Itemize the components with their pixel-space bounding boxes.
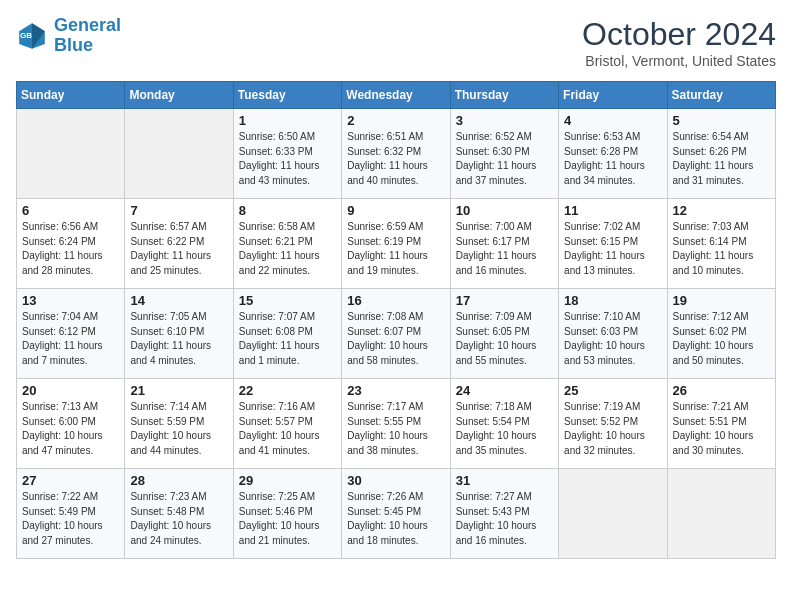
calendar-cell: 19Sunrise: 7:12 AM Sunset: 6:02 PM Dayli…	[667, 289, 775, 379]
calendar-cell: 1Sunrise: 6:50 AM Sunset: 6:33 PM Daylig…	[233, 109, 341, 199]
day-info: Sunrise: 7:03 AM Sunset: 6:14 PM Dayligh…	[673, 220, 770, 278]
day-info: Sunrise: 7:00 AM Sunset: 6:17 PM Dayligh…	[456, 220, 553, 278]
calendar-cell: 3Sunrise: 6:52 AM Sunset: 6:30 PM Daylig…	[450, 109, 558, 199]
day-info: Sunrise: 7:22 AM Sunset: 5:49 PM Dayligh…	[22, 490, 119, 548]
weekday-header-tuesday: Tuesday	[233, 82, 341, 109]
calendar-cell: 23Sunrise: 7:17 AM Sunset: 5:55 PM Dayli…	[342, 379, 450, 469]
logo-text: General Blue	[54, 16, 121, 56]
day-info: Sunrise: 7:02 AM Sunset: 6:15 PM Dayligh…	[564, 220, 661, 278]
day-number: 9	[347, 203, 444, 218]
day-info: Sunrise: 6:59 AM Sunset: 6:19 PM Dayligh…	[347, 220, 444, 278]
calendar-cell: 9Sunrise: 6:59 AM Sunset: 6:19 PM Daylig…	[342, 199, 450, 289]
week-row-1: 1Sunrise: 6:50 AM Sunset: 6:33 PM Daylig…	[17, 109, 776, 199]
calendar-cell: 5Sunrise: 6:54 AM Sunset: 6:26 PM Daylig…	[667, 109, 775, 199]
calendar-cell: 22Sunrise: 7:16 AM Sunset: 5:57 PM Dayli…	[233, 379, 341, 469]
calendar-cell: 17Sunrise: 7:09 AM Sunset: 6:05 PM Dayli…	[450, 289, 558, 379]
day-info: Sunrise: 6:51 AM Sunset: 6:32 PM Dayligh…	[347, 130, 444, 188]
day-number: 17	[456, 293, 553, 308]
day-number: 13	[22, 293, 119, 308]
calendar-cell	[17, 109, 125, 199]
calendar-cell: 4Sunrise: 6:53 AM Sunset: 6:28 PM Daylig…	[559, 109, 667, 199]
day-number: 2	[347, 113, 444, 128]
svg-text:GB: GB	[20, 30, 32, 39]
day-info: Sunrise: 6:58 AM Sunset: 6:21 PM Dayligh…	[239, 220, 336, 278]
day-number: 26	[673, 383, 770, 398]
calendar-cell	[667, 469, 775, 559]
day-info: Sunrise: 7:19 AM Sunset: 5:52 PM Dayligh…	[564, 400, 661, 458]
day-number: 29	[239, 473, 336, 488]
calendar-cell: 6Sunrise: 6:56 AM Sunset: 6:24 PM Daylig…	[17, 199, 125, 289]
calendar-cell: 7Sunrise: 6:57 AM Sunset: 6:22 PM Daylig…	[125, 199, 233, 289]
day-info: Sunrise: 6:56 AM Sunset: 6:24 PM Dayligh…	[22, 220, 119, 278]
calendar-cell: 18Sunrise: 7:10 AM Sunset: 6:03 PM Dayli…	[559, 289, 667, 379]
calendar-cell: 21Sunrise: 7:14 AM Sunset: 5:59 PM Dayli…	[125, 379, 233, 469]
day-info: Sunrise: 7:12 AM Sunset: 6:02 PM Dayligh…	[673, 310, 770, 368]
day-info: Sunrise: 6:54 AM Sunset: 6:26 PM Dayligh…	[673, 130, 770, 188]
day-number: 21	[130, 383, 227, 398]
logo: GB General Blue	[16, 16, 121, 56]
calendar-cell: 13Sunrise: 7:04 AM Sunset: 6:12 PM Dayli…	[17, 289, 125, 379]
weekday-header-saturday: Saturday	[667, 82, 775, 109]
calendar-cell: 30Sunrise: 7:26 AM Sunset: 5:45 PM Dayli…	[342, 469, 450, 559]
calendar-cell: 8Sunrise: 6:58 AM Sunset: 6:21 PM Daylig…	[233, 199, 341, 289]
logo-line1: General	[54, 15, 121, 35]
day-number: 20	[22, 383, 119, 398]
day-info: Sunrise: 7:27 AM Sunset: 5:43 PM Dayligh…	[456, 490, 553, 548]
day-number: 11	[564, 203, 661, 218]
calendar-cell: 27Sunrise: 7:22 AM Sunset: 5:49 PM Dayli…	[17, 469, 125, 559]
day-info: Sunrise: 6:50 AM Sunset: 6:33 PM Dayligh…	[239, 130, 336, 188]
day-info: Sunrise: 6:57 AM Sunset: 6:22 PM Dayligh…	[130, 220, 227, 278]
week-row-3: 13Sunrise: 7:04 AM Sunset: 6:12 PM Dayli…	[17, 289, 776, 379]
calendar-cell: 10Sunrise: 7:00 AM Sunset: 6:17 PM Dayli…	[450, 199, 558, 289]
day-number: 22	[239, 383, 336, 398]
weekday-header-thursday: Thursday	[450, 82, 558, 109]
calendar-cell: 24Sunrise: 7:18 AM Sunset: 5:54 PM Dayli…	[450, 379, 558, 469]
month-title: October 2024	[582, 16, 776, 53]
day-number: 1	[239, 113, 336, 128]
calendar-cell	[559, 469, 667, 559]
day-info: Sunrise: 7:21 AM Sunset: 5:51 PM Dayligh…	[673, 400, 770, 458]
day-info: Sunrise: 7:17 AM Sunset: 5:55 PM Dayligh…	[347, 400, 444, 458]
day-info: Sunrise: 7:05 AM Sunset: 6:10 PM Dayligh…	[130, 310, 227, 368]
day-info: Sunrise: 6:52 AM Sunset: 6:30 PM Dayligh…	[456, 130, 553, 188]
day-number: 19	[673, 293, 770, 308]
page-header: GB General Blue October 2024 Bristol, Ve…	[16, 16, 776, 69]
day-number: 16	[347, 293, 444, 308]
day-number: 3	[456, 113, 553, 128]
week-row-4: 20Sunrise: 7:13 AM Sunset: 6:00 PM Dayli…	[17, 379, 776, 469]
day-info: Sunrise: 7:08 AM Sunset: 6:07 PM Dayligh…	[347, 310, 444, 368]
weekday-header-friday: Friday	[559, 82, 667, 109]
day-number: 5	[673, 113, 770, 128]
day-info: Sunrise: 6:53 AM Sunset: 6:28 PM Dayligh…	[564, 130, 661, 188]
day-number: 7	[130, 203, 227, 218]
calendar-cell	[125, 109, 233, 199]
day-info: Sunrise: 7:14 AM Sunset: 5:59 PM Dayligh…	[130, 400, 227, 458]
calendar-cell: 28Sunrise: 7:23 AM Sunset: 5:48 PM Dayli…	[125, 469, 233, 559]
day-info: Sunrise: 7:13 AM Sunset: 6:00 PM Dayligh…	[22, 400, 119, 458]
day-info: Sunrise: 7:25 AM Sunset: 5:46 PM Dayligh…	[239, 490, 336, 548]
day-number: 8	[239, 203, 336, 218]
day-number: 15	[239, 293, 336, 308]
calendar-cell: 14Sunrise: 7:05 AM Sunset: 6:10 PM Dayli…	[125, 289, 233, 379]
day-number: 10	[456, 203, 553, 218]
title-section: October 2024 Bristol, Vermont, United St…	[582, 16, 776, 69]
day-number: 27	[22, 473, 119, 488]
location: Bristol, Vermont, United States	[582, 53, 776, 69]
day-number: 31	[456, 473, 553, 488]
calendar-cell: 29Sunrise: 7:25 AM Sunset: 5:46 PM Dayli…	[233, 469, 341, 559]
day-number: 14	[130, 293, 227, 308]
weekday-header-wednesday: Wednesday	[342, 82, 450, 109]
day-info: Sunrise: 7:26 AM Sunset: 5:45 PM Dayligh…	[347, 490, 444, 548]
day-number: 4	[564, 113, 661, 128]
calendar-cell: 20Sunrise: 7:13 AM Sunset: 6:00 PM Dayli…	[17, 379, 125, 469]
calendar-cell: 15Sunrise: 7:07 AM Sunset: 6:08 PM Dayli…	[233, 289, 341, 379]
day-number: 18	[564, 293, 661, 308]
day-info: Sunrise: 7:18 AM Sunset: 5:54 PM Dayligh…	[456, 400, 553, 458]
week-row-2: 6Sunrise: 6:56 AM Sunset: 6:24 PM Daylig…	[17, 199, 776, 289]
day-number: 23	[347, 383, 444, 398]
calendar-cell: 26Sunrise: 7:21 AM Sunset: 5:51 PM Dayli…	[667, 379, 775, 469]
day-number: 30	[347, 473, 444, 488]
day-number: 28	[130, 473, 227, 488]
weekday-header-monday: Monday	[125, 82, 233, 109]
calendar-table: SundayMondayTuesdayWednesdayThursdayFrid…	[16, 81, 776, 559]
